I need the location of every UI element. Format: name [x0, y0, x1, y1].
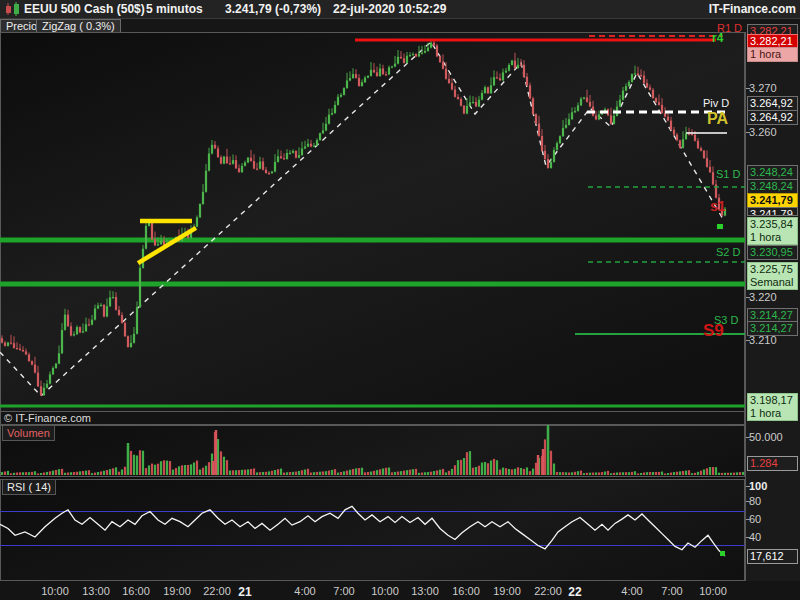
s1d-level-label: S1 D	[716, 169, 740, 180]
time-axis-label: 22:00	[203, 585, 231, 597]
price-axis-box: 17,612	[747, 549, 798, 564]
r4-level-label: r4	[712, 32, 723, 44]
time-axis-label: 10:00	[371, 585, 399, 597]
price-axis-tick: 40	[749, 531, 798, 544]
price-axis[interactable]: 3.282,213.282,211 hora3.2703.264,923.264…	[745, 32, 800, 581]
price-axis-box: 3.264,92	[747, 110, 798, 125]
price-axis-tick: 3.260	[749, 126, 798, 139]
time-axis-label: 22:00	[534, 585, 562, 597]
watermark: © IT-Finance.com	[4, 412, 91, 424]
price-axis-tick: 3.220	[749, 291, 798, 304]
price-axis-box: 3.198,171 hora	[747, 393, 798, 421]
time-axis-label: 4:00	[621, 585, 642, 597]
price-axis-box: 3.230,95	[747, 245, 798, 260]
indicator-tabs-row: Precio ZigZag ( 0.3%)	[0, 19, 800, 32]
price-axis-box: 3.248,24	[747, 179, 798, 194]
copyright-row	[0, 412, 745, 425]
price-axis-box: 3.264,92	[747, 96, 798, 111]
price-axis-tick: 100	[749, 480, 798, 493]
time-axis-label: 7:00	[661, 585, 682, 597]
time-axis-label: 10:00	[41, 585, 69, 597]
time-axis-label: 13:00	[411, 585, 439, 597]
time-axis-label: 10:00	[699, 585, 727, 597]
time-axis-label: 22	[568, 585, 581, 599]
price-axis-tick: 3.270	[749, 82, 798, 95]
title-bar: EEUU 500 Cash (50$) 5 minutos 3.241,79 (…	[0, 0, 800, 19]
time-axis-label: 4:00	[294, 585, 315, 597]
time-axis-label: 16:00	[452, 585, 480, 597]
tab-zigzag[interactable]: ZigZag ( 0.3%)	[36, 19, 121, 33]
rsi-indicator-label[interactable]: RSI ( 14)	[2, 479, 56, 495]
time-axis-label: 7:00	[333, 585, 354, 597]
price-axis-box: 3.248,24	[747, 165, 798, 180]
time-axis-label: 21	[238, 585, 251, 599]
time-axis-label: 19:00	[493, 585, 521, 597]
brand-label: IT-Finance.com	[709, 2, 796, 16]
candlestick-icon	[4, 2, 21, 16]
last-price-change: 3.241,79 (-0,73%)	[225, 2, 321, 16]
price-axis-box: 3.241,79	[747, 207, 798, 216]
instrument-title: EEUU 500 Cash (50$)	[24, 2, 145, 16]
rsi-panel[interactable]	[0, 479, 745, 581]
price-chart-panel[interactable]	[0, 32, 745, 412]
s2d-level-label: S2 D	[716, 247, 740, 258]
price-axis-tick: 3.210	[749, 334, 798, 347]
volume-panel[interactable]	[0, 425, 745, 477]
price-axis-box: 1 hora	[747, 47, 798, 62]
price-axis-box: 3.235,841 hora	[747, 217, 798, 245]
price-axis-tick: 50.000	[749, 431, 798, 444]
s1-wave-label: s1	[710, 199, 726, 213]
price-axis-box: 3.225,75Semanal	[747, 262, 798, 290]
pa-annotation-label: PA	[707, 111, 728, 127]
time-axis-label: 19:00	[163, 585, 191, 597]
price-axis-tick: 60	[749, 513, 798, 526]
time-axis-label: 13:00	[82, 585, 110, 597]
price-axis-box: 3.241,79	[747, 193, 798, 208]
price-axis-tick: 80	[749, 495, 798, 508]
price-axis-box: 1.284	[747, 456, 798, 471]
volume-indicator-label[interactable]: Volumen	[2, 425, 55, 441]
datetime-label: 22-jul-2020 10:52:29	[333, 2, 446, 16]
pivot-level-label: Piv D	[703, 98, 729, 109]
s9-wave-label: S9	[703, 322, 724, 339]
trading-app-window: EEUU 500 Cash (50$) 5 minutos 3.241,79 (…	[0, 0, 800, 600]
time-axis-label: 16:00	[122, 585, 150, 597]
timeframe-label: 5 minutos	[146, 2, 203, 16]
